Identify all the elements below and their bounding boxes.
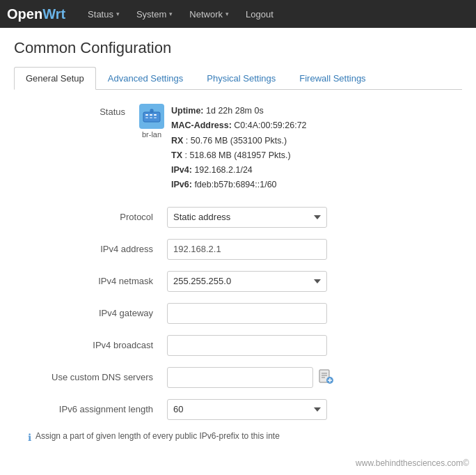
system-arrow-icon: ▾	[169, 10, 173, 17]
nav-menu: Status ▾ System ▾ Network ▾ Logout	[79, 2, 282, 26]
ipv4-netmask-select[interactable]: 255.255.255.0 255.255.0.0 255.0.0.0	[167, 271, 327, 292]
tab-advanced-settings[interactable]: Advanced Settings	[96, 67, 195, 90]
ipv4-gateway-input[interactable]	[167, 303, 327, 324]
ipv4-broadcast-row: IPv4 broadcast	[28, 335, 448, 356]
dns-add-button[interactable]	[316, 368, 335, 387]
nav-link-system[interactable]: System ▾	[128, 2, 181, 26]
status-label: Status	[28, 104, 139, 117]
ipv4-gateway-row: IPv4 gateway	[28, 303, 448, 324]
svg-rect-6	[154, 117, 157, 118]
ipv4-broadcast-label: IPv4 broadcast	[28, 340, 167, 350]
navbar: OpenWrt Status ▾ System ▾ Network ▾ Logo…	[0, 0, 476, 28]
svg-rect-2	[150, 114, 152, 116]
ipv6-note-text: Assign a part of given length of every p…	[35, 431, 280, 441]
tab-general-setup[interactable]: General Setup	[14, 67, 96, 90]
status-rx: RX : 50.76 MB (353100 Pkts.)	[171, 134, 307, 148]
nav-link-network[interactable]: Network ▾	[181, 2, 237, 26]
tab-physical-settings[interactable]: Physical Settings	[195, 67, 287, 90]
svg-rect-1	[145, 114, 148, 116]
dns-row: Use custom DNS servers	[28, 367, 448, 388]
status-info: Uptime: 1d 22h 28m 0s MAC-Address: C0:4A…	[171, 104, 307, 193]
protocol-row: Protocol Static address DHCP client Unma…	[28, 207, 448, 228]
status-icon-area: br-lan	[139, 104, 164, 139]
dns-label: Use custom DNS servers	[28, 372, 167, 382]
svg-rect-5	[150, 117, 152, 118]
status-ipv6: IPv6: fdeb:b57b:6894::1/60	[171, 178, 307, 192]
protocol-select[interactable]: Static address DHCP client Unmanaged	[167, 207, 327, 228]
status-tx: TX : 518.68 MB (481957 Pkts.)	[171, 148, 307, 163]
page-title: Common Configuration	[14, 39, 462, 57]
brand-logo[interactable]: OpenWrt	[7, 6, 65, 22]
form-section: Protocol Static address DHCP client Unma…	[14, 207, 462, 420]
brand-wrt: Wrt	[42, 6, 65, 22]
nav-link-status[interactable]: Status ▾	[79, 2, 128, 26]
ipv4-netmask-row: IPv4 netmask 255.255.255.0 255.255.0.0 2…	[28, 271, 448, 292]
status-mac: MAC-Address: C0:4A:00:59:26:72	[171, 118, 307, 133]
network-arrow-icon: ▾	[225, 10, 229, 17]
info-icon: ℹ	[28, 432, 31, 443]
ipv6-note-row: ℹ Assign a part of given length of every…	[14, 431, 462, 443]
nav-item-system[interactable]: System ▾	[128, 2, 181, 26]
dns-input-wrap	[167, 367, 335, 388]
status-uptime: Uptime: 1d 22h 28m 0s	[171, 104, 307, 118]
tab-bar: General Setup Advanced Settings Physical…	[14, 67, 462, 90]
brand-open: Open	[7, 6, 42, 22]
svg-rect-3	[154, 114, 157, 116]
status-section: Status br-lan Uptime: 1d	[14, 104, 462, 193]
ipv4-gateway-label: IPv4 gateway	[28, 308, 167, 318]
network-interface-icon	[139, 104, 164, 129]
br-lan-svg	[142, 107, 161, 126]
nav-item-network[interactable]: Network ▾	[181, 2, 237, 26]
ipv6-assign-select[interactable]: 60 64 48	[167, 399, 327, 420]
nav-item-status[interactable]: Status ▾	[79, 2, 128, 26]
ipv4-addr-label: IPv4 address	[28, 244, 167, 254]
status-arrow-icon: ▾	[116, 10, 120, 17]
ipv4-addr-row: IPv4 address	[28, 239, 448, 260]
nav-link-logout[interactable]: Logout	[237, 2, 282, 26]
br-lan-label: br-lan	[139, 130, 164, 139]
page-content: Common Configuration General Setup Advan…	[0, 28, 476, 460]
tab-firewall-settings[interactable]: Firewall Settings	[287, 67, 377, 90]
ipv4-netmask-label: IPv4 netmask	[28, 276, 167, 286]
ipv4-broadcast-input[interactable]	[167, 335, 327, 356]
ipv6-assign-label: IPv6 assignment length	[28, 404, 167, 414]
svg-rect-4	[145, 117, 148, 118]
ipv4-addr-input[interactable]	[167, 239, 327, 260]
nav-item-logout[interactable]: Logout	[237, 2, 282, 26]
protocol-label: Protocol	[28, 212, 167, 222]
dns-input[interactable]	[167, 367, 313, 388]
ipv6-assign-row: IPv6 assignment length 60 64 48	[28, 399, 448, 420]
add-document-icon	[318, 368, 333, 384]
status-ipv4: IPv4: 192.168.2.1/24	[171, 163, 307, 178]
